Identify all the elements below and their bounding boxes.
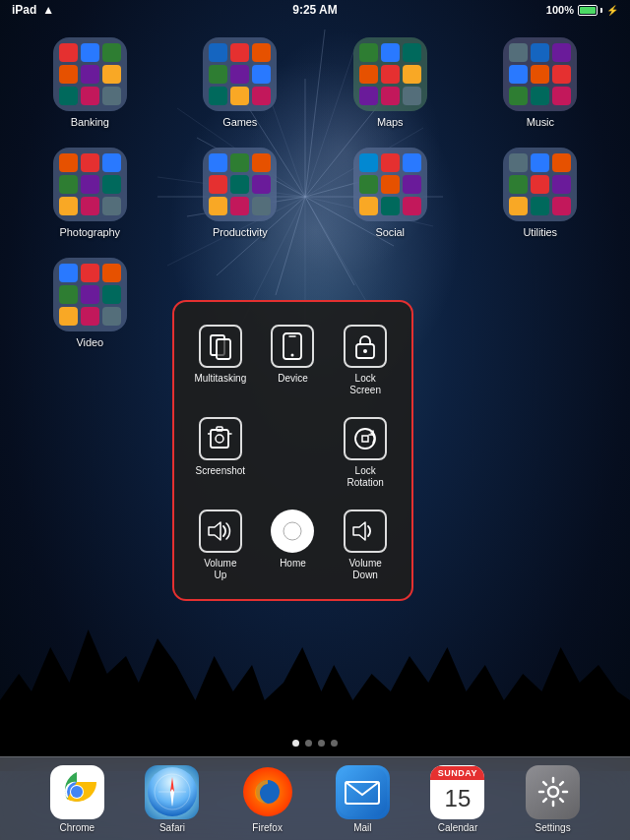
svg-point-54 (548, 787, 558, 797)
mini-icon (59, 175, 78, 194)
mini-icon (102, 264, 121, 282)
app-maps[interactable]: Maps (320, 37, 461, 128)
mini-icon (81, 65, 99, 84)
mini-icon (81, 197, 99, 215)
mini-icon (81, 175, 99, 194)
app-social-label: Social (376, 226, 405, 238)
mini-icon (531, 153, 549, 172)
svg-point-35 (355, 429, 375, 449)
mini-icon (59, 285, 78, 304)
wifi-icon: ▲ (42, 3, 54, 17)
at-screenshot[interactable]: Screenshot (184, 409, 257, 497)
mini-icon (252, 43, 271, 62)
mini-icon (509, 175, 528, 194)
app-music[interactable]: Music (471, 37, 611, 128)
mini-icon (531, 175, 549, 194)
dock-firefox[interactable]: Firefox (240, 765, 294, 833)
at-multitasking[interactable]: Multitasking (184, 317, 257, 404)
svg-rect-32 (217, 427, 222, 431)
app-utilities[interactable]: Utilities (471, 148, 611, 238)
svg-marker-36 (209, 522, 220, 540)
svg-marker-39 (353, 522, 365, 540)
mini-icon (59, 65, 78, 84)
mini-icon (81, 264, 99, 282)
at-lock-screen[interactable]: LockScreen (329, 317, 402, 404)
page-dot-2 (305, 740, 312, 747)
app-banking-label: Banking (71, 116, 109, 128)
mini-icon (252, 153, 271, 172)
app-games[interactable]: Games (170, 37, 311, 128)
chrome-app-icon (50, 765, 104, 819)
mini-icon (252, 65, 271, 84)
dock-calendar-label: Calendar (438, 822, 478, 833)
app-photography[interactable]: Photography (20, 148, 160, 238)
mini-icon (102, 175, 121, 194)
mini-icon (359, 87, 378, 105)
svg-point-29 (363, 349, 367, 353)
mini-icon (531, 87, 549, 105)
app-video[interactable]: Video (20, 258, 160, 348)
home-icon (271, 510, 314, 553)
at-volume-up-label: VolumeUp (204, 558, 236, 581)
dock-firefox-label: Firefox (252, 822, 283, 833)
mini-icon (359, 175, 378, 194)
mini-icon (552, 87, 571, 105)
dock-chrome[interactable]: Chrome (50, 765, 104, 833)
app-productivity[interactable]: Productivity (170, 148, 311, 238)
svg-point-31 (216, 435, 223, 443)
mini-icon (359, 197, 378, 215)
mini-icon (230, 87, 249, 105)
mini-icon (230, 153, 249, 172)
dock-settings[interactable]: Settings (526, 765, 580, 833)
at-home-label: Home (280, 558, 306, 570)
status-left: iPad ▲ (12, 3, 54, 17)
mini-icon (59, 43, 78, 62)
app-music-icon (503, 37, 577, 111)
battery-percent: 100% (546, 4, 574, 16)
app-productivity-icon (203, 148, 277, 221)
page-dot-3 (318, 740, 325, 747)
mini-icon (209, 153, 227, 172)
at-volume-up[interactable]: VolumeUp (184, 502, 257, 589)
mini-icon (209, 175, 227, 194)
dock-mail[interactable]: Mail (336, 765, 390, 833)
app-utilities-label: Utilities (523, 226, 557, 238)
mail-app-icon (336, 765, 390, 819)
at-volume-down[interactable]: VolumeDown (329, 502, 402, 589)
mini-icon (552, 175, 571, 194)
mini-icon (81, 307, 99, 326)
app-games-icon (203, 37, 277, 111)
volume-up-icon (199, 510, 242, 553)
at-multitasking-label: Multitasking (194, 373, 246, 385)
svg-point-26 (291, 354, 294, 357)
app-maps-icon (353, 37, 427, 111)
at-device[interactable]: Device (257, 317, 330, 404)
dock-chrome-label: Chrome (60, 822, 95, 833)
at-lock-screen-label: LockScreen (349, 373, 381, 396)
dock-calendar[interactable]: SUNDAY 15 Calendar (430, 765, 484, 833)
app-social[interactable]: Social (320, 148, 461, 238)
mini-icon (381, 175, 400, 194)
mini-icon (509, 153, 528, 172)
mini-icon (230, 175, 249, 194)
mini-icon (230, 197, 249, 215)
at-device-label: Device (278, 373, 308, 385)
mini-icon (81, 285, 99, 304)
at-home[interactable]: Home (257, 502, 330, 589)
status-right: 100% ⚡ (546, 4, 618, 16)
at-lock-rotation[interactable]: LockRotation (329, 409, 402, 497)
app-banking[interactable]: Banking (20, 37, 160, 128)
page-dots (292, 740, 338, 747)
mini-icon (102, 43, 121, 62)
firefox-app-icon (240, 765, 294, 819)
mini-icon (81, 87, 99, 105)
mini-icon (552, 43, 571, 62)
at-volume-down-label: VolumeDown (348, 558, 381, 581)
svg-point-43 (71, 786, 83, 798)
dock-safari[interactable]: Safari (145, 765, 199, 833)
mini-icon (403, 153, 421, 172)
app-social-icon (353, 148, 427, 221)
safari-app-icon (145, 765, 199, 819)
calendar-app-icon: SUNDAY 15 (430, 765, 484, 819)
mini-icon (531, 43, 549, 62)
